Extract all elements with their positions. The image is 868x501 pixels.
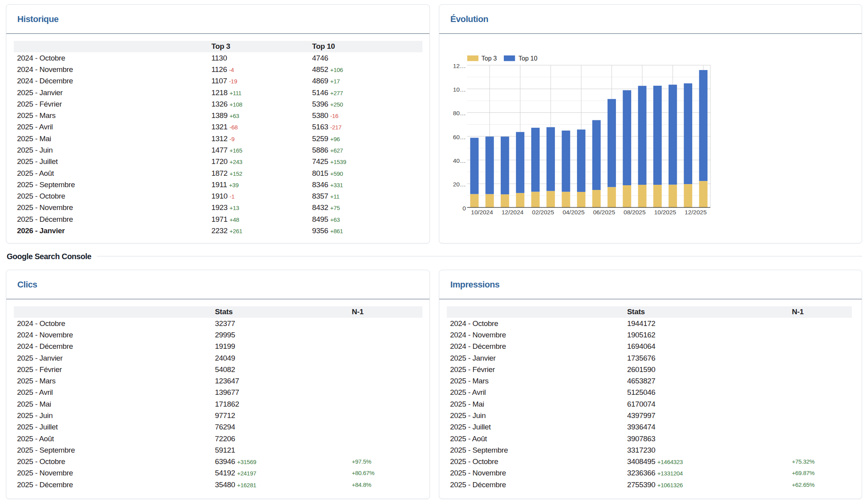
svg-text:12/2024: 12/2024 xyxy=(501,209,523,216)
svg-text:60…: 60… xyxy=(453,134,466,140)
svg-text:10…: 10… xyxy=(453,86,466,93)
svg-text:10/2024: 10/2024 xyxy=(471,209,493,216)
svg-text:40…: 40… xyxy=(453,157,466,164)
svg-text:Top 10: Top 10 xyxy=(518,55,537,62)
svg-text:0: 0 xyxy=(463,205,466,212)
svg-text:12/2025: 12/2025 xyxy=(685,209,707,216)
svg-text:02/2025: 02/2025 xyxy=(532,209,554,216)
svg-text:06/2025: 06/2025 xyxy=(593,209,615,216)
svg-text:20…: 20… xyxy=(453,181,466,188)
svg-text:Top 3: Top 3 xyxy=(481,55,497,62)
svg-text:12…: 12… xyxy=(453,63,466,69)
svg-text:10/2025: 10/2025 xyxy=(654,209,676,216)
svg-text:04/2025: 04/2025 xyxy=(562,209,584,216)
svg-text:80…: 80… xyxy=(453,110,466,116)
svg-text:08/2025: 08/2025 xyxy=(624,209,646,216)
